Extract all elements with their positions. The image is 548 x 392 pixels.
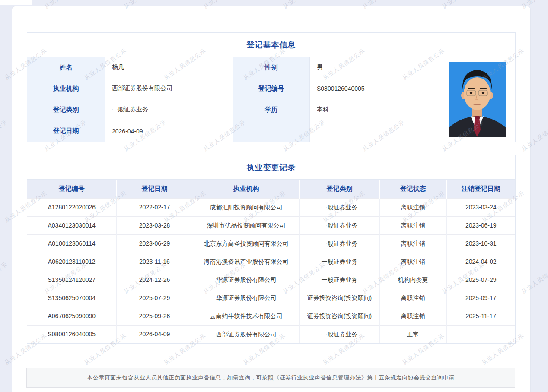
cell-reg-date: 2022-02-17 [116, 198, 193, 216]
field-value-category: 一般证券业务 [105, 99, 233, 120]
field-label-regdate: 登记日期 [27, 120, 105, 142]
change-records-table: 登记编号 登记日期 执业机构 登记类别 登记状态 注销登记日期 A1280122… [27, 180, 515, 343]
table-row: A06706250900902025-09-26云南约牛软件技术有限公司证券投资… [27, 307, 515, 325]
cell-reg-no: S1350124120027 [27, 271, 116, 289]
field-value-name: 杨凡 [105, 57, 233, 78]
cell-org: 华源证券股份有限公司 [193, 289, 299, 307]
field-label-gender: 性别 [233, 57, 310, 78]
cell-reg-date: 2023-11-16 [116, 253, 193, 271]
cell-org: 西部证券股份有限公司 [193, 325, 299, 343]
field-value-regno: S0800126040005 [310, 78, 438, 99]
cell-category: 一般证券业务 [299, 325, 379, 343]
cell-org: 海南港澳资讯产业股份有限公司 [193, 253, 299, 271]
cell-category: 一般证券业务 [299, 234, 379, 253]
field-label-name: 姓名 [27, 57, 105, 78]
field-value-empty [310, 120, 438, 142]
cell-reg-no: A0620123110012 [27, 253, 116, 271]
field-value-gender: 男 [310, 57, 438, 78]
table-row: A06201231100122023-11-16海南港澳资讯产业股份有限公司一般… [27, 253, 515, 271]
basic-info-title: 登记基本信息 [27, 33, 515, 57]
cell-org: 深圳市优品投资顾问有限公司 [193, 216, 299, 234]
cell-cancel-date: 2023-10-31 [446, 234, 515, 253]
cell-category: 一般证券业务 [299, 216, 379, 234]
cell-reg-date: 2025-09-26 [116, 307, 193, 325]
table-row: S13506250700042025-07-29华源证券股份有限公司证券投资咨询… [27, 289, 515, 307]
col-header-org: 执业机构 [193, 180, 299, 198]
portrait-photo [449, 62, 506, 137]
cell-status: 离职注销 [379, 253, 446, 271]
table-row: A03401230300142023-03-28深圳市优品投资顾问有限公司一般证… [27, 216, 515, 234]
cell-reg-no: A0670625090090 [27, 307, 116, 325]
field-label-category: 登记类别 [27, 99, 105, 120]
cell-status: 离职注销 [379, 198, 446, 216]
cell-category: 证券投资咨询(投资顾问) [299, 289, 379, 307]
change-records-section: 执业变更记录 登记编号 登记日期 执业机构 登记类别 登记状态 注销登记日期 A… [27, 155, 516, 344]
cell-reg-date: 2026-04-09 [116, 325, 193, 343]
table-row: A01001230601142023-06-29北京东方高圣投资顾问有限公司一般… [27, 234, 515, 253]
cell-cancel-date: 2024-04-02 [446, 253, 515, 271]
cell-cancel-date: — [446, 325, 515, 343]
cell-reg-no: A0100123060114 [27, 234, 116, 253]
page-top-sliver [0, 0, 32, 5]
field-label-org: 执业机构 [27, 78, 105, 99]
field-value-regdate: 2026-04-09 [105, 120, 233, 142]
cell-cancel-date: 2025-11-17 [446, 307, 515, 325]
col-header-category: 登记类别 [299, 180, 379, 198]
cell-status: 正常 [379, 325, 446, 343]
field-label-education: 学历 [233, 99, 310, 120]
cell-cancel-date: 2025-09-17 [446, 289, 515, 307]
field-value-education: 本科 [310, 99, 438, 120]
cell-reg-date: 2023-06-29 [116, 234, 193, 253]
practitioner-disclosure-page: { "page": { "watermark_text": "从业人员信息公示"… [0, 0, 548, 392]
table-header: 登记编号 登记日期 执业机构 登记类别 登记状态 注销登记日期 [27, 180, 515, 198]
cell-reg-date: 2024-12-26 [116, 271, 193, 289]
cell-reg-date: 2023-03-28 [116, 216, 193, 234]
basic-info-grid: 姓名 杨凡 性别 男 [27, 57, 515, 142]
cell-cancel-date: 2023-06-19 [446, 216, 515, 234]
cell-status: 离职注销 [379, 216, 446, 234]
cell-category: 一般证券业务 [299, 198, 379, 216]
cell-cancel-date: 2025-07-29 [446, 271, 515, 289]
cell-reg-no: S0800126040005 [27, 325, 116, 343]
basic-info-section: 登记基本信息 姓名 杨凡 性别 男 [27, 32, 516, 142]
content-card: 登记基本信息 姓名 杨凡 性别 男 [12, 6, 531, 392]
cell-cancel-date: 2023-03-24 [446, 198, 515, 216]
cell-status: 机构内变更 [379, 271, 446, 289]
cell-reg-no: S1350625070004 [27, 289, 116, 307]
field-value-org: 西部证券股份有限公司 [105, 78, 233, 99]
footer-notice: 本公示页面未包含从业人员其他正负面执业声誉信息，如需查询，可按照《证券行业执业声… [26, 368, 515, 388]
watermark-text: 从业人员信息公示 [0, 118, 9, 153]
cell-reg-no: A1280122020026 [27, 198, 116, 216]
field-label-regno: 登记编号 [233, 78, 310, 99]
table-row: S13501241200272024-12-26华源证券股份有限公司一般证券业务… [27, 271, 515, 289]
cell-category: 一般证券业务 [299, 271, 379, 289]
cell-category: 证券投资咨询(投资顾问) [299, 307, 379, 325]
cell-org: 云南约牛软件技术有限公司 [193, 307, 299, 325]
cell-reg-no: A0340123030014 [27, 216, 116, 234]
col-header-reg-date: 登记日期 [116, 180, 193, 198]
table-row: A12801220200262022-02-17成都汇阳投资顾问有限公司一般证券… [27, 198, 515, 216]
photo-cell [438, 57, 516, 142]
table-row: S08001260400052026-04-09西部证券股份有限公司一般证券业务… [27, 325, 515, 343]
cell-category: 一般证券业务 [299, 253, 379, 271]
col-header-cancel-date: 注销登记日期 [446, 180, 515, 198]
col-header-status: 登记状态 [379, 180, 446, 198]
col-header-reg-no: 登记编号 [27, 180, 116, 198]
cell-reg-date: 2025-07-29 [116, 289, 193, 307]
cell-status: 离职注销 [379, 289, 446, 307]
cell-status: 离职注销 [379, 307, 446, 325]
cell-org: 华源证券股份有限公司 [193, 271, 299, 289]
watermark-text: 从业人员信息公示 [0, 260, 9, 295]
cell-status: 离职注销 [379, 234, 446, 253]
cell-org: 北京东方高圣投资顾问有限公司 [193, 234, 299, 253]
change-records-title: 执业变更记录 [27, 155, 515, 180]
field-label-empty [233, 120, 310, 142]
cell-org: 成都汇阳投资顾问有限公司 [193, 198, 299, 216]
footer-notice-text: 本公示页面未包含从业人员其他正负面执业声誉信息，如需查询，可按照《证券行业执业声… [87, 374, 455, 382]
